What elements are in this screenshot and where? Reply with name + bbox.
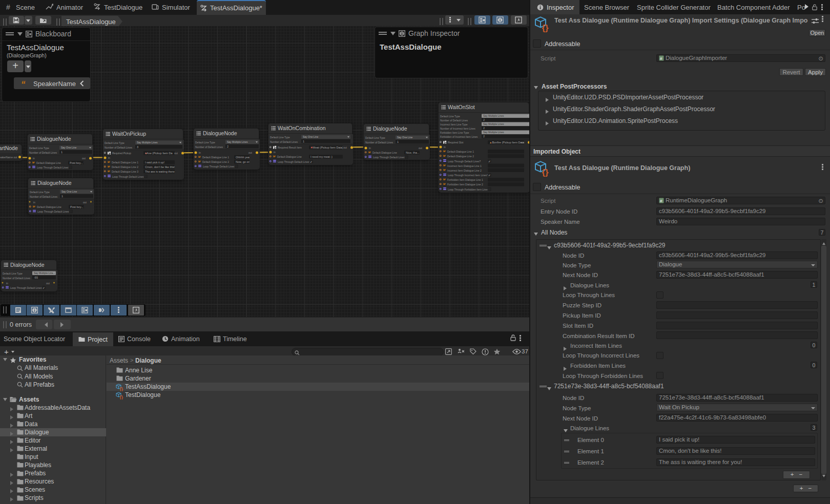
svg-text:{}: {} <box>542 23 549 32</box>
svg-text:#: # <box>660 199 662 203</box>
svg-text:{}: {} <box>542 167 549 177</box>
svg-text:#: # <box>660 56 662 61</box>
svg-text:{}: {} <box>120 395 123 400</box>
